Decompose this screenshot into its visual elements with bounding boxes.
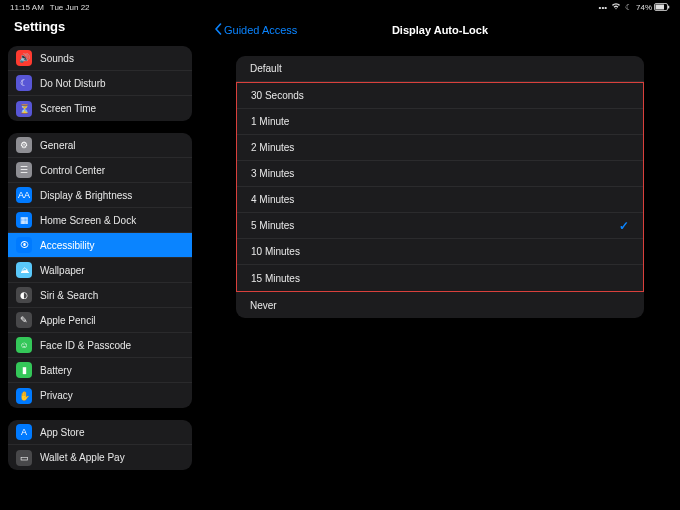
chevron-left-icon bbox=[214, 23, 222, 37]
option-label: 4 Minutes bbox=[251, 194, 294, 205]
detail-pane: Guided Access Display Auto-Lock Default3… bbox=[200, 14, 680, 510]
sidebar-item-privacy[interactable]: ✋Privacy bbox=[8, 383, 192, 408]
gear-icon: ⚙ bbox=[16, 137, 32, 153]
detail-header: Guided Access Display Auto-Lock bbox=[200, 14, 680, 46]
sidebar-item-label: General bbox=[40, 140, 76, 151]
sidebar-item-screen-time[interactable]: ⏳Screen Time bbox=[8, 96, 192, 121]
sidebar-item-label: Control Center bbox=[40, 165, 105, 176]
photo-icon: ⛰ bbox=[16, 262, 32, 278]
option-label: 30 Seconds bbox=[251, 90, 304, 101]
dnd-icon: ☾ bbox=[625, 3, 632, 12]
sidebar-group: ⚙General☰Control CenterAADisplay & Brigh… bbox=[8, 133, 192, 408]
option-label: 3 Minutes bbox=[251, 168, 294, 179]
sidebar-item-faceid[interactable]: ☺Face ID & Passcode bbox=[8, 333, 192, 358]
appstore-icon: A bbox=[16, 424, 32, 440]
status-time: 11:15 AM bbox=[10, 3, 44, 12]
sidebar-item-label: Display & Brightness bbox=[40, 190, 132, 201]
sidebar-item-label: Screen Time bbox=[40, 103, 96, 114]
sidebar-title: Settings bbox=[0, 14, 200, 46]
sidebar-item-label: Accessibility bbox=[40, 240, 94, 251]
sidebar-item-label: Wallet & Apple Pay bbox=[40, 452, 125, 463]
siri-icon: ◐ bbox=[16, 287, 32, 303]
signal-icon: ••• bbox=[599, 3, 607, 12]
svg-rect-1 bbox=[656, 5, 665, 10]
sidebar-item-battery[interactable]: ▮Battery bbox=[8, 358, 192, 383]
sidebar-group: 🔊Sounds☾Do Not Disturb⏳Screen Time bbox=[8, 46, 192, 121]
sidebar-item-sounds[interactable]: 🔊Sounds bbox=[8, 46, 192, 71]
status-date: Tue Jun 22 bbox=[50, 3, 90, 12]
autolock-option[interactable]: 15 Minutes bbox=[237, 265, 643, 291]
battery-percent: 74% bbox=[636, 3, 652, 12]
checkmark-icon: ✓ bbox=[619, 219, 629, 233]
pencil-icon: ✎ bbox=[16, 312, 32, 328]
highlighted-options: 30 Seconds1 Minute2 Minutes3 Minutes4 Mi… bbox=[236, 82, 644, 292]
speaker-icon: 🔊 bbox=[16, 50, 32, 66]
sidebar-item-apple-pencil[interactable]: ✎Apple Pencil bbox=[8, 308, 192, 333]
sidebar-item-control-center[interactable]: ☰Control Center bbox=[8, 158, 192, 183]
detail-title: Display Auto-Lock bbox=[392, 24, 488, 36]
sidebar-item-label: Siri & Search bbox=[40, 290, 98, 301]
faceid-icon: ☺ bbox=[16, 337, 32, 353]
autolock-option[interactable]: Default bbox=[236, 56, 644, 82]
sidebar-item-label: Apple Pencil bbox=[40, 315, 96, 326]
autolock-option[interactable]: 2 Minutes bbox=[237, 135, 643, 161]
settings-sidebar: Settings 🔊Sounds☾Do Not Disturb⏳Screen T… bbox=[0, 14, 200, 510]
hourglass-icon: ⏳ bbox=[16, 101, 32, 117]
option-label: Never bbox=[250, 300, 277, 311]
sidebar-item-appstore[interactable]: AApp Store bbox=[8, 420, 192, 445]
sidebar-item-label: Wallpaper bbox=[40, 265, 85, 276]
autolock-option[interactable]: 3 Minutes bbox=[237, 161, 643, 187]
autolock-option[interactable]: 30 Seconds bbox=[237, 83, 643, 109]
wallet-icon: ▭ bbox=[16, 450, 32, 466]
option-label: 2 Minutes bbox=[251, 142, 294, 153]
moon-icon: ☾ bbox=[16, 75, 32, 91]
sidebar-item-home-dock[interactable]: ▦Home Screen & Dock bbox=[8, 208, 192, 233]
status-bar: 11:15 AM Tue Jun 22 ••• ☾ 74% bbox=[0, 0, 680, 14]
autolock-option[interactable]: 10 Minutes bbox=[237, 239, 643, 265]
wifi-icon bbox=[611, 2, 621, 12]
sidebar-item-label: Face ID & Passcode bbox=[40, 340, 131, 351]
sidebar-item-dnd[interactable]: ☾Do Not Disturb bbox=[8, 71, 192, 96]
options-panel: Default30 Seconds1 Minute2 Minutes3 Minu… bbox=[236, 56, 644, 318]
option-label: 1 Minute bbox=[251, 116, 289, 127]
sidebar-item-wallet[interactable]: ▭Wallet & Apple Pay bbox=[8, 445, 192, 470]
sidebar-item-general[interactable]: ⚙General bbox=[8, 133, 192, 158]
autolock-option[interactable]: 5 Minutes✓ bbox=[237, 213, 643, 239]
sidebar-item-siri[interactable]: ◐Siri & Search bbox=[8, 283, 192, 308]
textsize-icon: AA bbox=[16, 187, 32, 203]
sidebar-item-label: Privacy bbox=[40, 390, 73, 401]
option-label: Default bbox=[250, 63, 282, 74]
back-button[interactable]: Guided Access bbox=[214, 23, 297, 37]
sidebar-item-label: Do Not Disturb bbox=[40, 78, 106, 89]
option-label: 10 Minutes bbox=[251, 246, 300, 257]
grid-icon: ▦ bbox=[16, 212, 32, 228]
sidebar-item-label: Battery bbox=[40, 365, 72, 376]
sidebar-item-accessibility[interactable]: ⦿Accessibility bbox=[8, 233, 192, 258]
option-label: 5 Minutes bbox=[251, 220, 294, 231]
sidebar-group: AApp Store▭Wallet & Apple Pay bbox=[8, 420, 192, 470]
sidebar-item-label: Home Screen & Dock bbox=[40, 215, 136, 226]
battery-icon: ▮ bbox=[16, 362, 32, 378]
sidebar-item-display[interactable]: AADisplay & Brightness bbox=[8, 183, 192, 208]
hand-icon: ✋ bbox=[16, 388, 32, 404]
autolock-option[interactable]: 1 Minute bbox=[237, 109, 643, 135]
option-label: 15 Minutes bbox=[251, 273, 300, 284]
autolock-option[interactable]: Never bbox=[236, 292, 644, 318]
autolock-option[interactable]: 4 Minutes bbox=[237, 187, 643, 213]
back-label: Guided Access bbox=[224, 24, 297, 36]
sidebar-item-wallpaper[interactable]: ⛰Wallpaper bbox=[8, 258, 192, 283]
sidebar-item-label: App Store bbox=[40, 427, 84, 438]
sidebar-item-label: Sounds bbox=[40, 53, 74, 64]
toggles-icon: ☰ bbox=[16, 162, 32, 178]
svg-rect-2 bbox=[668, 6, 669, 9]
battery-indicator: 74% bbox=[636, 3, 670, 12]
person-icon: ⦿ bbox=[16, 237, 32, 253]
